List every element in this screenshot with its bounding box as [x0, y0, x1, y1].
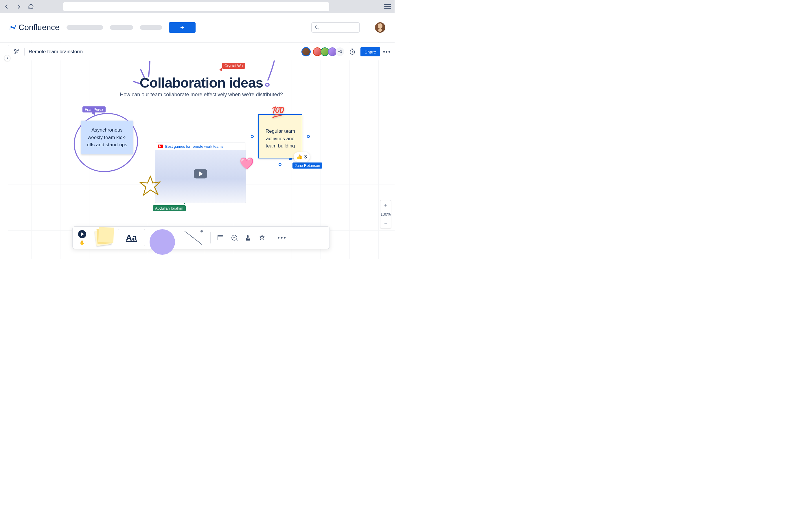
svg-point-8 [15, 53, 16, 54]
reload-icon[interactable] [28, 3, 34, 10]
plus-icon [180, 25, 185, 30]
zoom-out-button[interactable]: － [380, 219, 391, 228]
hundred-stamp-icon: 💯 [272, 104, 285, 120]
app-header: Confluence [0, 13, 394, 43]
video-title: Best games for remote work teams [165, 144, 224, 149]
nav-placeholder [110, 25, 133, 30]
confluence-icon [9, 24, 16, 31]
video-embed[interactable]: Best games for remote work teams [155, 143, 246, 203]
pointer-mode-toggle[interactable]: ✋ [76, 229, 88, 246]
avatar[interactable] [375, 22, 385, 33]
reaction-pill[interactable]: 👍 3 [294, 152, 310, 162]
presence-cursor-label: Jane Rotanson [292, 163, 322, 169]
browser-menu-icon[interactable] [384, 3, 391, 10]
toolbox-separator [210, 232, 211, 244]
sticky-text: Regular team activities and team buildin… [265, 128, 295, 149]
zoom-control: ＋ 100% － [380, 200, 391, 229]
search-icon [315, 25, 319, 30]
create-button[interactable] [169, 22, 196, 33]
nav-placeholder [67, 25, 103, 30]
back-icon[interactable] [3, 3, 10, 10]
page-title[interactable]: Remote team brainstorm [29, 49, 83, 55]
line-tool[interactable] [180, 229, 207, 246]
avatar [302, 47, 311, 56]
whiteboard-subtitle[interactable]: How can our team collaborate more effect… [120, 92, 282, 98]
section-tool[interactable] [214, 229, 227, 246]
shape-tool[interactable] [146, 229, 178, 246]
share-button[interactable]: Share [360, 47, 380, 56]
sticky-note-tool[interactable] [90, 229, 117, 246]
toolbox-more-button[interactable]: ••• [276, 229, 288, 246]
reaction-count: 3 [304, 153, 307, 161]
presence-stack[interactable]: +3 [303, 47, 344, 56]
smart-link-tool[interactable] [228, 229, 241, 246]
resize-handle[interactable] [251, 135, 254, 138]
scribble-star [139, 174, 162, 198]
whiteboard-title[interactable]: Collaboration ideas [140, 75, 263, 91]
whiteboard-icon [13, 48, 20, 55]
select-mode-icon [78, 230, 86, 238]
youtube-icon [158, 145, 163, 148]
hand-mode-icon: ✋ [79, 240, 85, 246]
forward-icon[interactable] [16, 3, 22, 10]
thumbs-up-icon: 👍 [296, 153, 303, 161]
toolbox-separator [272, 232, 272, 244]
more-actions-button[interactable]: ••• [383, 49, 390, 55]
sticky-note[interactable]: Asynchronous weekly team kick-offs and s… [81, 120, 133, 154]
browser-chrome [0, 0, 394, 13]
presence-more-count[interactable]: +3 [336, 47, 344, 56]
logo-text: Confluence [18, 23, 60, 32]
scribble-exclaim [264, 59, 281, 88]
sticky-note-selected[interactable]: 💯 Regular team activities and team build… [258, 114, 302, 159]
svg-rect-3 [218, 236, 223, 240]
resize-handle[interactable] [279, 163, 281, 166]
svg-point-1 [265, 83, 269, 86]
nav-placeholder [140, 25, 162, 30]
expand-sidebar-button[interactable] [4, 55, 11, 61]
text-tool[interactable]: Aa [118, 229, 145, 246]
whiteboard-canvas[interactable]: Collaboration ideas How can our team col… [8, 43, 394, 259]
svg-point-7 [18, 50, 19, 51]
play-icon[interactable] [194, 169, 207, 178]
confluence-logo[interactable]: Confluence [9, 23, 60, 32]
sticker-tool[interactable] [256, 229, 269, 246]
stamp-tool[interactable] [242, 229, 255, 246]
svg-point-5 [247, 235, 249, 237]
timer-icon[interactable] [349, 48, 356, 55]
page-bar: Remote team brainstorm +3 Share ••• [9, 43, 394, 61]
whiteboard-toolbox: ✋ Aa ••• [72, 227, 330, 249]
zoom-in-button[interactable]: ＋ [380, 200, 391, 210]
url-bar[interactable] [63, 2, 329, 11]
resize-handle[interactable] [307, 135, 310, 138]
video-header: Best games for remote work teams [155, 143, 246, 150]
presence-cursor-label: Crystal Wu [222, 63, 245, 69]
presence-cursor-label: Abdullah Ibrahim [153, 205, 186, 211]
svg-point-0 [315, 26, 318, 28]
zoom-level: 100% [380, 210, 391, 219]
heart-stamp-icon: 🩷 [240, 157, 254, 170]
search-input[interactable] [311, 22, 360, 33]
